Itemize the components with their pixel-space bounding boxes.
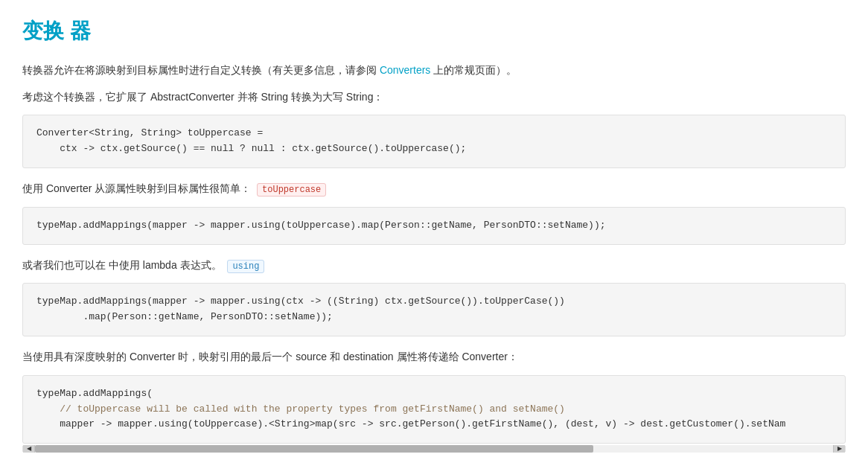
horizontal-scrollbar[interactable]: ◀ ▶	[22, 445, 846, 453]
code-block-2: typeMap.addMappings(mapper -> mapper.usi…	[22, 207, 846, 245]
page-title: 变换 器	[22, 15, 846, 48]
scrollbar-thumb-container	[35, 445, 833, 453]
lambda-prefix-text: 或者我们也可以在 中使用 lambda 表达式。	[22, 259, 222, 271]
code-block-3: typeMap.addMappings(mapper -> mapper.usi…	[22, 283, 846, 336]
usage-paragraph: 使用 Converter 从源属性映射到目标属性很简单： toUppercase	[22, 180, 846, 198]
scrollbar-right-arrow[interactable]: ▶	[833, 445, 845, 453]
using-inline-code: using	[227, 260, 264, 273]
code-block-4[interactable]: typeMap.addMappings( // toUppercase will…	[22, 375, 846, 444]
usage-prefix-text: 使用 Converter 从源属性映射到目标属性很简单：	[22, 182, 251, 194]
converters-link[interactable]: Converters	[380, 64, 430, 76]
consider-paragraph: 考虑这个转换器，它扩展了 AbstractConverter 并将 String…	[22, 89, 846, 106]
touppercase-inline-code: toUppercase	[257, 183, 326, 197]
scrollbar-left-arrow[interactable]: ◀	[23, 445, 35, 453]
intro-suffix: 上的常规页面）。	[433, 64, 517, 76]
deepmapping-paragraph: 当使用具有深度映射的 Converter 时，映射引用的最后一个 source …	[22, 348, 846, 366]
scrollbar-thumb[interactable]	[35, 445, 593, 453]
intro-text: 转换器允许在将源映射到目标属性时进行自定义转换（有关更多信息，请参阅	[22, 64, 377, 76]
lambda-paragraph: 或者我们也可以在 中使用 lambda 表达式。 using	[22, 257, 846, 275]
intro-paragraph: 转换器允许在将源映射到目标属性时进行自定义转换（有关更多信息，请参阅 Conve…	[22, 62, 846, 80]
code-block-1: Converter<String, String> toUppercase = …	[22, 115, 846, 168]
scrollable-code-container: typeMap.addMappings( // toUppercase will…	[22, 375, 846, 453]
